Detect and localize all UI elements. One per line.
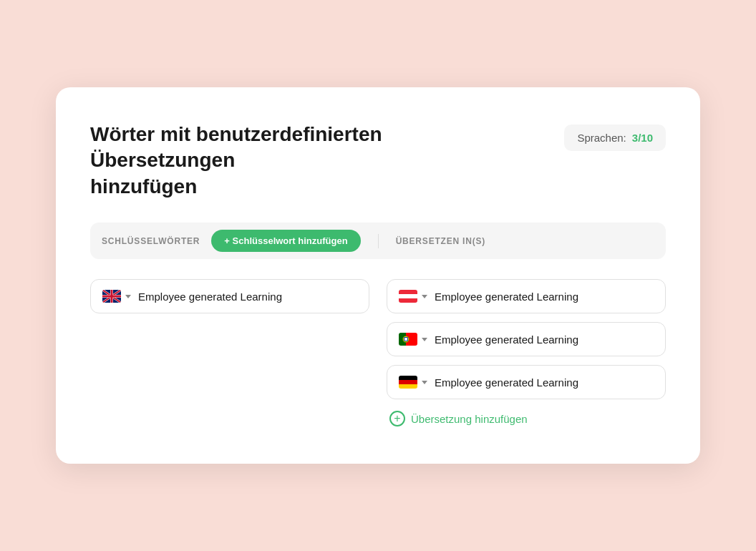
add-translation-label: Übersetzung hinzufügen bbox=[411, 413, 528, 425]
translation-text-1: Employee generated Learning bbox=[435, 333, 578, 346]
uk-flag-selector[interactable] bbox=[102, 290, 131, 303]
right-column: Employee generated Learning Employee gen… bbox=[387, 279, 666, 426]
main-modal: Wörter mit benutzerdefinierten Übersetzu… bbox=[56, 87, 700, 464]
add-keyword-button[interactable]: + Schlüsselwort hinzufügen bbox=[211, 230, 360, 252]
translation-text-2: Employee generated Learning bbox=[435, 376, 578, 389]
tab-bar: SCHLÜSSELWÖRTER + Schlüsselwort hinzufüg… bbox=[90, 223, 666, 259]
svg-rect-19 bbox=[399, 384, 417, 389]
keywords-tab-label: SCHLÜSSELWÖRTER bbox=[102, 236, 200, 246]
title-line1: Wörter mit benutzerdefinierten Übersetzu… bbox=[90, 123, 382, 171]
austria-flag-chevron bbox=[422, 295, 427, 298]
translate-into-tab-label: ÜBERSETZEN IN(S) bbox=[396, 236, 485, 246]
translation-row-0[interactable]: Employee generated Learning bbox=[387, 279, 666, 313]
svg-rect-8 bbox=[111, 290, 113, 303]
portugal-flag bbox=[399, 333, 417, 346]
keyword-input-box[interactable]: Employee generated Learning bbox=[90, 279, 369, 313]
language-counter-value: 3/10 bbox=[632, 132, 653, 144]
tab-divider bbox=[378, 234, 379, 248]
germany-flag-selector[interactable] bbox=[399, 376, 427, 389]
svg-rect-9 bbox=[399, 290, 417, 294]
language-counter: Sprachen: 3/10 bbox=[564, 125, 666, 151]
uk-flag bbox=[102, 290, 121, 303]
page-title: Wörter mit benutzerdefinierten Übersetzu… bbox=[90, 122, 505, 200]
portugal-flag-chevron bbox=[422, 338, 427, 341]
austria-flag bbox=[399, 290, 417, 303]
add-translation-icon: + bbox=[389, 411, 405, 426]
translation-row-2[interactable]: Employee generated Learning bbox=[387, 365, 666, 399]
language-counter-label: Sprachen: bbox=[577, 132, 626, 144]
germany-flag bbox=[399, 376, 417, 389]
content-area: Employee generated Learning Employee gen… bbox=[90, 279, 666, 426]
keyword-text: Employee generated Learning bbox=[138, 291, 282, 303]
svg-rect-18 bbox=[399, 380, 417, 384]
svg-rect-17 bbox=[399, 376, 417, 380]
austria-flag-selector[interactable] bbox=[399, 290, 427, 303]
title-line2: hinzufügen bbox=[90, 175, 197, 198]
germany-flag-chevron bbox=[422, 381, 427, 384]
translation-text-0: Employee generated Learning bbox=[435, 291, 578, 303]
portugal-flag-selector[interactable] bbox=[399, 333, 427, 346]
left-column: Employee generated Learning bbox=[90, 279, 369, 426]
modal-header: Wörter mit benutzerdefinierten Übersetzu… bbox=[90, 122, 666, 200]
translation-row-1[interactable]: Employee generated Learning bbox=[387, 322, 666, 356]
add-translation-row[interactable]: + Übersetzung hinzufügen bbox=[387, 411, 666, 426]
svg-rect-10 bbox=[399, 294, 417, 298]
svg-rect-11 bbox=[399, 298, 417, 303]
uk-flag-chevron bbox=[125, 295, 131, 298]
